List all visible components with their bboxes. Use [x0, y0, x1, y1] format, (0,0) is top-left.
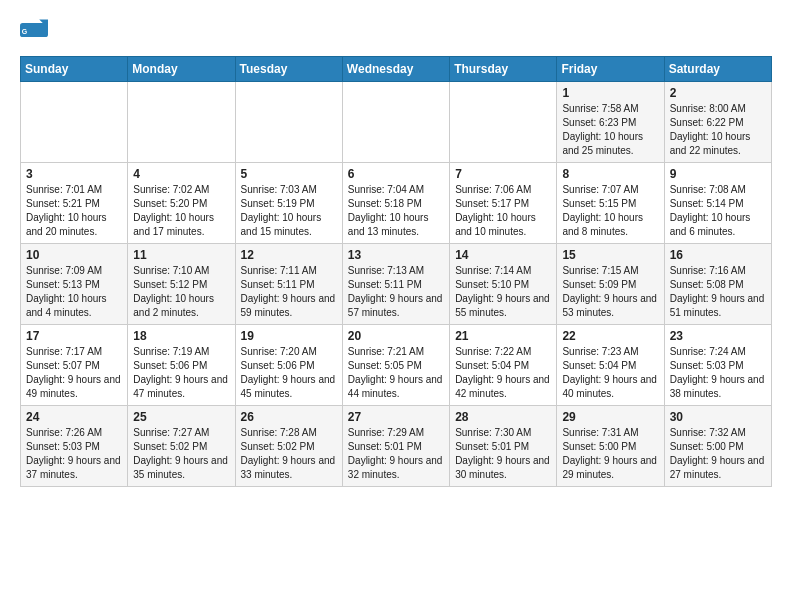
day-cell: 19Sunrise: 7:20 AM Sunset: 5:06 PM Dayli…	[235, 325, 342, 406]
day-number: 12	[241, 248, 337, 262]
day-number: 6	[348, 167, 444, 181]
day-number: 2	[670, 86, 766, 100]
day-cell: 28Sunrise: 7:30 AM Sunset: 5:01 PM Dayli…	[450, 406, 557, 487]
day-cell: 23Sunrise: 7:24 AM Sunset: 5:03 PM Dayli…	[664, 325, 771, 406]
day-info: Sunrise: 7:58 AM Sunset: 6:23 PM Dayligh…	[562, 102, 658, 158]
day-number: 24	[26, 410, 122, 424]
day-cell: 5Sunrise: 7:03 AM Sunset: 5:19 PM Daylig…	[235, 163, 342, 244]
day-number: 16	[670, 248, 766, 262]
day-info: Sunrise: 7:32 AM Sunset: 5:00 PM Dayligh…	[670, 426, 766, 482]
day-info: Sunrise: 7:24 AM Sunset: 5:03 PM Dayligh…	[670, 345, 766, 401]
day-number: 27	[348, 410, 444, 424]
day-cell: 8Sunrise: 7:07 AM Sunset: 5:15 PM Daylig…	[557, 163, 664, 244]
day-info: Sunrise: 7:01 AM Sunset: 5:21 PM Dayligh…	[26, 183, 122, 239]
day-info: Sunrise: 7:22 AM Sunset: 5:04 PM Dayligh…	[455, 345, 551, 401]
page: G SundayMondayTuesdayWednesdayThursdayFr…	[0, 0, 792, 497]
day-number: 22	[562, 329, 658, 343]
day-cell: 11Sunrise: 7:10 AM Sunset: 5:12 PM Dayli…	[128, 244, 235, 325]
day-cell: 13Sunrise: 7:13 AM Sunset: 5:11 PM Dayli…	[342, 244, 449, 325]
header: G	[20, 16, 772, 44]
day-number: 26	[241, 410, 337, 424]
day-cell: 18Sunrise: 7:19 AM Sunset: 5:06 PM Dayli…	[128, 325, 235, 406]
day-info: Sunrise: 7:31 AM Sunset: 5:00 PM Dayligh…	[562, 426, 658, 482]
day-number: 9	[670, 167, 766, 181]
weekday-header-monday: Monday	[128, 57, 235, 82]
day-cell	[21, 82, 128, 163]
day-info: Sunrise: 7:04 AM Sunset: 5:18 PM Dayligh…	[348, 183, 444, 239]
day-number: 14	[455, 248, 551, 262]
day-cell: 22Sunrise: 7:23 AM Sunset: 5:04 PM Dayli…	[557, 325, 664, 406]
day-cell: 21Sunrise: 7:22 AM Sunset: 5:04 PM Dayli…	[450, 325, 557, 406]
day-number: 29	[562, 410, 658, 424]
day-info: Sunrise: 7:21 AM Sunset: 5:05 PM Dayligh…	[348, 345, 444, 401]
day-info: Sunrise: 7:10 AM Sunset: 5:12 PM Dayligh…	[133, 264, 229, 320]
day-cell: 12Sunrise: 7:11 AM Sunset: 5:11 PM Dayli…	[235, 244, 342, 325]
day-number: 19	[241, 329, 337, 343]
weekday-header-friday: Friday	[557, 57, 664, 82]
day-number: 25	[133, 410, 229, 424]
weekday-header-row: SundayMondayTuesdayWednesdayThursdayFrid…	[21, 57, 772, 82]
day-cell: 1Sunrise: 7:58 AM Sunset: 6:23 PM Daylig…	[557, 82, 664, 163]
day-cell	[235, 82, 342, 163]
day-number: 17	[26, 329, 122, 343]
day-cell: 2Sunrise: 8:00 AM Sunset: 6:22 PM Daylig…	[664, 82, 771, 163]
day-cell: 3Sunrise: 7:01 AM Sunset: 5:21 PM Daylig…	[21, 163, 128, 244]
day-info: Sunrise: 7:15 AM Sunset: 5:09 PM Dayligh…	[562, 264, 658, 320]
day-cell: 17Sunrise: 7:17 AM Sunset: 5:07 PM Dayli…	[21, 325, 128, 406]
day-number: 11	[133, 248, 229, 262]
weekday-header-saturday: Saturday	[664, 57, 771, 82]
day-info: Sunrise: 7:03 AM Sunset: 5:19 PM Dayligh…	[241, 183, 337, 239]
week-row-1: 1Sunrise: 7:58 AM Sunset: 6:23 PM Daylig…	[21, 82, 772, 163]
day-cell: 9Sunrise: 7:08 AM Sunset: 5:14 PM Daylig…	[664, 163, 771, 244]
day-number: 1	[562, 86, 658, 100]
day-cell	[128, 82, 235, 163]
day-number: 4	[133, 167, 229, 181]
day-cell: 30Sunrise: 7:32 AM Sunset: 5:00 PM Dayli…	[664, 406, 771, 487]
logo-icon: G	[20, 16, 48, 44]
weekday-header-tuesday: Tuesday	[235, 57, 342, 82]
day-cell: 10Sunrise: 7:09 AM Sunset: 5:13 PM Dayli…	[21, 244, 128, 325]
day-number: 30	[670, 410, 766, 424]
day-info: Sunrise: 7:29 AM Sunset: 5:01 PM Dayligh…	[348, 426, 444, 482]
day-cell: 25Sunrise: 7:27 AM Sunset: 5:02 PM Dayli…	[128, 406, 235, 487]
day-info: Sunrise: 7:06 AM Sunset: 5:17 PM Dayligh…	[455, 183, 551, 239]
day-info: Sunrise: 7:26 AM Sunset: 5:03 PM Dayligh…	[26, 426, 122, 482]
svg-text:G: G	[22, 28, 28, 35]
day-info: Sunrise: 7:09 AM Sunset: 5:13 PM Dayligh…	[26, 264, 122, 320]
day-number: 15	[562, 248, 658, 262]
day-info: Sunrise: 7:20 AM Sunset: 5:06 PM Dayligh…	[241, 345, 337, 401]
day-info: Sunrise: 7:07 AM Sunset: 5:15 PM Dayligh…	[562, 183, 658, 239]
day-info: Sunrise: 7:08 AM Sunset: 5:14 PM Dayligh…	[670, 183, 766, 239]
day-info: Sunrise: 7:30 AM Sunset: 5:01 PM Dayligh…	[455, 426, 551, 482]
day-cell: 26Sunrise: 7:28 AM Sunset: 5:02 PM Dayli…	[235, 406, 342, 487]
day-info: Sunrise: 7:14 AM Sunset: 5:10 PM Dayligh…	[455, 264, 551, 320]
weekday-header-wednesday: Wednesday	[342, 57, 449, 82]
day-number: 18	[133, 329, 229, 343]
day-number: 20	[348, 329, 444, 343]
week-row-3: 10Sunrise: 7:09 AM Sunset: 5:13 PM Dayli…	[21, 244, 772, 325]
day-info: Sunrise: 7:19 AM Sunset: 5:06 PM Dayligh…	[133, 345, 229, 401]
day-info: Sunrise: 7:13 AM Sunset: 5:11 PM Dayligh…	[348, 264, 444, 320]
day-cell	[342, 82, 449, 163]
day-number: 7	[455, 167, 551, 181]
day-info: Sunrise: 7:28 AM Sunset: 5:02 PM Dayligh…	[241, 426, 337, 482]
week-row-4: 17Sunrise: 7:17 AM Sunset: 5:07 PM Dayli…	[21, 325, 772, 406]
day-number: 23	[670, 329, 766, 343]
day-cell: 27Sunrise: 7:29 AM Sunset: 5:01 PM Dayli…	[342, 406, 449, 487]
day-info: Sunrise: 7:02 AM Sunset: 5:20 PM Dayligh…	[133, 183, 229, 239]
day-cell: 14Sunrise: 7:14 AM Sunset: 5:10 PM Dayli…	[450, 244, 557, 325]
day-number: 21	[455, 329, 551, 343]
day-number: 28	[455, 410, 551, 424]
day-cell: 4Sunrise: 7:02 AM Sunset: 5:20 PM Daylig…	[128, 163, 235, 244]
day-info: Sunrise: 8:00 AM Sunset: 6:22 PM Dayligh…	[670, 102, 766, 158]
day-number: 8	[562, 167, 658, 181]
day-cell: 7Sunrise: 7:06 AM Sunset: 5:17 PM Daylig…	[450, 163, 557, 244]
day-number: 13	[348, 248, 444, 262]
day-cell: 6Sunrise: 7:04 AM Sunset: 5:18 PM Daylig…	[342, 163, 449, 244]
day-info: Sunrise: 7:27 AM Sunset: 5:02 PM Dayligh…	[133, 426, 229, 482]
day-info: Sunrise: 7:11 AM Sunset: 5:11 PM Dayligh…	[241, 264, 337, 320]
day-cell: 15Sunrise: 7:15 AM Sunset: 5:09 PM Dayli…	[557, 244, 664, 325]
day-cell: 24Sunrise: 7:26 AM Sunset: 5:03 PM Dayli…	[21, 406, 128, 487]
week-row-2: 3Sunrise: 7:01 AM Sunset: 5:21 PM Daylig…	[21, 163, 772, 244]
day-cell: 29Sunrise: 7:31 AM Sunset: 5:00 PM Dayli…	[557, 406, 664, 487]
